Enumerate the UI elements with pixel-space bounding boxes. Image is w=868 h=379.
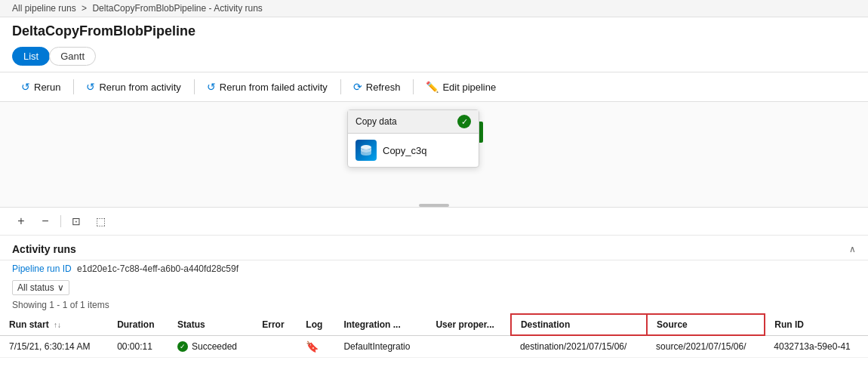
tab-gantt[interactable]: Gantt	[49, 47, 96, 66]
status-filter[interactable]: All status ∨	[12, 280, 69, 295]
cell-user-props	[426, 335, 510, 357]
col-error: Error	[253, 314, 297, 335]
cell-run-start: 7/15/21, 6:30:14 AM	[0, 335, 108, 357]
popup-check-icon: ✓	[457, 115, 471, 128]
table-header-row: Run start ↑↓ Duration Status Error Log	[0, 314, 868, 335]
success-icon: ✓	[177, 341, 188, 352]
pipeline-run-id-value: e1d20e1c-7c88-4eff-a6b0-a440fd28c59f	[77, 263, 239, 274]
fit-view-button[interactable]: ⊡	[67, 212, 85, 230]
svg-point-0	[361, 145, 371, 149]
zoom-separator	[60, 215, 61, 227]
sort-icon[interactable]: ↑↓	[54, 321, 61, 329]
tab-list[interactable]: List	[12, 47, 50, 66]
activity-runs-table: Run start ↑↓ Duration Status Error Log	[0, 313, 868, 358]
edit-pipeline-icon: ✏️	[426, 81, 439, 93]
refresh-button[interactable]: ⟳ Refresh	[344, 77, 411, 97]
activity-name: Copy_c3q	[383, 145, 427, 156]
table-row: 7/15/21, 6:30:14 AM 00:00:11 ✓ Succeeded…	[0, 335, 868, 357]
col-error-label: Error	[262, 319, 284, 330]
page-title: DeltaCopyFromBlobPipeline	[0, 17, 868, 44]
collapse-button[interactable]: ∧	[849, 244, 856, 254]
cell-log: 🔖	[297, 335, 334, 357]
refresh-icon: ⟳	[353, 81, 362, 93]
col-destination-label: Destination	[521, 319, 570, 330]
filter-label: All status	[17, 282, 54, 293]
col-source-label: Source	[657, 319, 688, 330]
popup-title: Copy data	[356, 116, 397, 127]
col-user-props: User proper...	[426, 314, 510, 335]
copy-data-popup[interactable]: Copy data ✓ Copy_c3q	[347, 109, 479, 168]
zoom-controls: + − ⊡ ⬚	[0, 208, 868, 236]
breadcrumb: All pipeline runs > DeltaCopyFromBlobPip…	[0, 0, 868, 17]
copy-data-icon	[356, 140, 377, 161]
showing-text: Showing 1 - 1 of 1 items	[0, 298, 868, 313]
popup-body: Copy_c3q	[348, 134, 479, 167]
view-tabs-container: List Gantt	[0, 44, 868, 72]
col-run-start-label: Run start	[9, 319, 49, 330]
col-source: Source	[647, 314, 765, 335]
cell-run-id: 4032713a-59e0-41	[765, 335, 868, 357]
popup-header: Copy data ✓	[348, 110, 479, 134]
col-integration-label: Integration ...	[343, 319, 400, 330]
col-user-props-label: User proper...	[436, 319, 494, 330]
activity-runs-section: Activity runs ∧ Pipeline run ID e1d20e1c…	[0, 236, 868, 358]
col-status: Status	[168, 314, 253, 335]
cell-destination: destination/2021/07/15/06/	[511, 335, 647, 357]
toolbar-sep-2	[194, 79, 195, 94]
cell-status: ✓ Succeeded	[168, 335, 253, 357]
drag-handle[interactable]	[419, 204, 449, 207]
status-label: Succeeded	[192, 341, 237, 352]
database-icon	[359, 143, 373, 157]
col-status-label: Status	[177, 319, 205, 330]
section-title: Activity runs	[12, 243, 76, 255]
rerun-from-activity-button[interactable]: ↺ Rerun from activity	[77, 77, 190, 97]
toolbar-sep-4	[413, 79, 414, 94]
toolbar-sep-3	[340, 79, 341, 94]
breadcrumb-current: DeltaCopyFromBlobPipeline - Activity run…	[92, 3, 262, 14]
col-integration: Integration ...	[334, 314, 426, 335]
chevron-down-icon: ∨	[57, 282, 64, 293]
edit-pipeline-button[interactable]: ✏️ Edit pipeline	[417, 77, 506, 97]
table-container: Run start ↑↓ Duration Status Error Log	[0, 313, 868, 358]
pipeline-run-id-row: Pipeline run ID e1d20e1c-7c88-4eff-a6b0-…	[0, 260, 868, 277]
breadcrumb-all-pipeline-runs[interactable]: All pipeline runs	[12, 3, 76, 14]
rerun-icon: ↺	[21, 81, 30, 93]
zoom-out-button[interactable]: −	[36, 212, 54, 230]
rerun-from-failed-icon: ↺	[207, 81, 216, 93]
col-destination: Destination	[511, 314, 647, 335]
cell-duration: 00:00:11	[108, 335, 168, 357]
col-run-id: Run ID	[765, 314, 868, 335]
cell-error	[253, 335, 297, 357]
filter-row: All status ∨	[0, 277, 868, 298]
canvas-area: Copy data ✓ Copy_c3q	[0, 102, 868, 208]
toolbar: ↺ Rerun ↺ Rerun from activity ↺ Rerun fr…	[0, 72, 868, 102]
col-log-label: Log	[306, 319, 322, 330]
breadcrumb-separator: >	[82, 3, 89, 14]
col-run-start: Run start ↑↓	[0, 314, 108, 335]
select-tool-button[interactable]: ⬚	[91, 212, 109, 230]
col-duration-label: Duration	[117, 319, 154, 330]
cell-integration: DefaultIntegratio	[334, 335, 426, 357]
col-run-id-label: Run ID	[774, 319, 804, 330]
bookmark-icon[interactable]: 🔖	[306, 340, 319, 353]
col-duration: Duration	[108, 314, 168, 335]
zoom-in-button[interactable]: +	[12, 212, 30, 230]
rerun-from-activity-icon: ↺	[86, 81, 95, 93]
rerun-from-failed-button[interactable]: ↺ Rerun from failed activity	[198, 77, 337, 97]
toolbar-sep-1	[73, 79, 74, 94]
rerun-button[interactable]: ↺ Rerun	[12, 77, 70, 97]
status-success: ✓ Succeeded	[177, 341, 244, 352]
col-log: Log	[297, 314, 334, 335]
pipeline-run-label: Pipeline run ID	[12, 263, 72, 274]
section-header: Activity runs ∧	[0, 236, 868, 260]
cell-source: source/2021/07/15/06/	[647, 335, 765, 357]
